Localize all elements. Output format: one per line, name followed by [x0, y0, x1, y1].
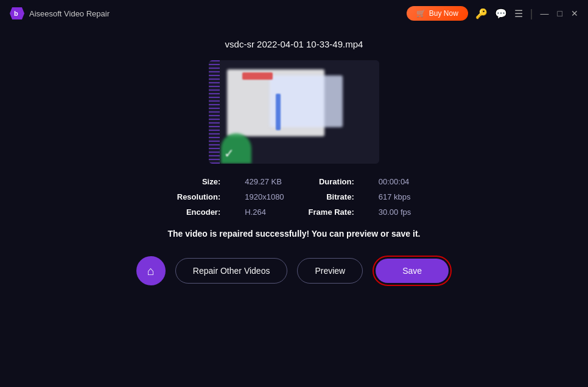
video-info: Size: 429.27 KB Duration: 00:00:04 Resol… [165, 177, 423, 217]
app-title: Aiseesoft Video Repair [29, 9, 110, 18]
preview-button[interactable]: Preview [297, 258, 363, 284]
framerate-label: Frame Rate: [309, 207, 354, 217]
duration-value: 00:00:04 [379, 177, 411, 186]
home-button[interactable]: ⌂ [136, 256, 166, 285]
title-bar-left: b Aiseesoft Video Repair [10, 6, 110, 21]
framerate-value: 30.00 fps [379, 207, 411, 217]
separator: | [530, 7, 533, 20]
thumb-dots [209, 60, 220, 164]
menu-icon[interactable]: ☰ [514, 8, 523, 19]
file-name: vsdc-sr 2022-04-01 10-33-49.mp4 [225, 39, 363, 49]
minimize-button[interactable]: — [541, 9, 549, 18]
save-button-wrapper: Save [373, 256, 452, 286]
size-label: Size: [177, 177, 221, 186]
save-button[interactable]: Save [376, 259, 449, 283]
video-thumbnail: ✓ [209, 60, 379, 164]
title-bar: b Aiseesoft Video Repair 🛒 Buy Now 🔑 💬 ☰… [0, 0, 588, 27]
home-icon: ⌂ [147, 264, 155, 278]
thumb-blue-bar [276, 94, 281, 130]
chat-icon[interactable]: 💬 [495, 8, 507, 19]
bitrate-label: Bitrate: [309, 192, 354, 201]
title-bar-right: 🛒 Buy Now 🔑 💬 ☰ | — □ ✕ [407, 6, 578, 21]
close-button[interactable]: ✕ [571, 9, 578, 18]
encoder-value: H.264 [245, 207, 284, 217]
repair-other-videos-button[interactable]: Repair Other Videos [175, 258, 288, 284]
bitrate-value: 617 kbps [379, 192, 411, 201]
thumb-window-overlay [270, 75, 343, 127]
encoder-label: Encoder: [177, 207, 221, 217]
key-icon[interactable]: 🔑 [475, 8, 488, 19]
svg-text:b: b [14, 10, 18, 17]
window-controls: — □ ✕ [541, 9, 578, 18]
thumb-visual: ✓ [209, 60, 379, 164]
buy-now-label: Buy Now [429, 9, 458, 18]
buttons-row: ⌂ Repair Other Videos Preview Save [136, 256, 452, 286]
size-value: 429.27 KB [245, 177, 284, 186]
thumb-check-icon: ✓ [224, 146, 234, 161]
buy-now-button[interactable]: 🛒 Buy Now [407, 6, 468, 21]
duration-label: Duration: [309, 177, 354, 186]
thumb-red-bar [242, 72, 273, 80]
app-logo-icon: b [10, 6, 24, 21]
success-message: The video is repaired successfully! You … [168, 229, 421, 239]
resolution-value: 1920x1080 [245, 192, 284, 201]
thumbnail-content: ✓ [209, 60, 379, 164]
resolution-label: Resolution: [177, 192, 221, 201]
cart-icon: 🛒 [416, 9, 425, 18]
maximize-button[interactable]: □ [558, 9, 562, 18]
main-content: vsdc-sr 2022-04-01 10-33-49.mp4 ✓ Size: … [0, 27, 588, 304]
